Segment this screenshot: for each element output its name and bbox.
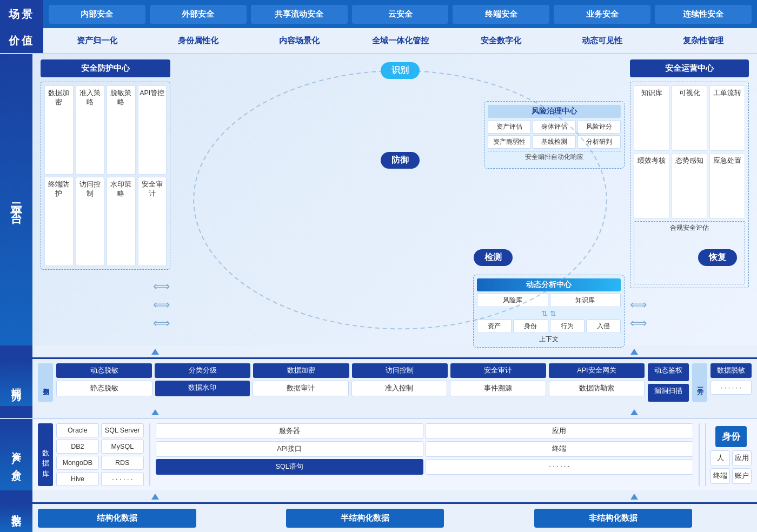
ep-10: 事件溯源 xyxy=(450,381,546,396)
detect-recover-row: 检测 恢复 xyxy=(176,247,625,263)
mid-5: · · · · · · xyxy=(426,459,693,475)
bat-3 xyxy=(516,349,752,355)
detect-badge: 检测 xyxy=(474,249,513,266)
db-5: RDS xyxy=(101,456,144,470)
ep-1: 分类分级 xyxy=(155,363,250,378)
value-item-0: 资产归一化 xyxy=(49,32,145,49)
risk-cell-5: 分析研判 xyxy=(577,135,621,149)
data-row: 数据 资产 结构化数据 半结构化数据 非结构化数据 xyxy=(0,502,757,532)
left-arrow-row3: ⟺ xyxy=(41,316,170,330)
prot-cell-6: 水印策略 xyxy=(107,177,136,266)
between-spacer-3 xyxy=(0,490,32,502)
between-spacer-1 xyxy=(0,345,32,357)
scene-item-5: 业务安全 xyxy=(554,5,650,24)
prot-cell-5: 访问控制 xyxy=(76,177,105,266)
cloud-row: 云平台 安全防护中心 数据加密 准入策略 脱敏策略 API管控 终端防护 访问控… xyxy=(0,54,757,345)
ep-row-2: 静态脱敏 数据水印 数据审计 准入控制 事件溯源 数据防勒索 xyxy=(56,381,645,396)
left-arrow-row2: ⟺ xyxy=(41,298,170,312)
lr-arrow-1: ⟺ xyxy=(153,280,170,294)
value-items: 资产归一化 身份属性化 内容场景化 全域一体化管控 安全数字化 动态可见性 复杂… xyxy=(43,28,757,53)
risk-cell-2: 风险评分 xyxy=(577,120,621,134)
meichuang-label: 美创 xyxy=(38,363,53,402)
risk-cell-0: 资产评估 xyxy=(488,120,531,134)
value-item-2: 内容场景化 xyxy=(251,32,348,49)
bat-7 xyxy=(38,494,273,500)
id-2: 终端 xyxy=(710,468,730,484)
up-arrow-1 xyxy=(151,349,159,355)
between-arrows-3 xyxy=(32,490,757,502)
value-item-5: 动态可见性 xyxy=(554,32,650,49)
ops-cell-5: 应急处置 xyxy=(709,153,745,218)
data-1: 半结构化数据 xyxy=(286,509,444,528)
ep-5: API安全网关 xyxy=(549,363,645,378)
risk-box: 风险治理中心 资产评估 身体评估 风险评分 资产脆弱性 基线检测 分析研判 安全… xyxy=(484,101,625,169)
db-label: 数 据 库 xyxy=(38,423,53,486)
prot-cell-7: 安全审计 xyxy=(138,177,167,266)
data-content: 结构化数据 半结构化数据 非结构化数据 xyxy=(32,504,757,532)
lr-arrow-3: ⟺ xyxy=(153,316,170,330)
protection-grid: 数据加密 准入策略 脱敏策略 API管控 终端防护 访问控制 水印策略 安全审计 xyxy=(41,82,170,270)
scene-label: 场景 xyxy=(0,0,43,28)
dyn-cell-5: 入侵 xyxy=(586,320,621,333)
ep-r1: 漏洞扫描 xyxy=(648,384,689,402)
identify-area: 识别 xyxy=(381,59,420,76)
lr-arrow-2: ⟺ xyxy=(153,298,170,312)
mid-3: 终端 xyxy=(426,441,693,457)
ep-main-grid: 动态脱敏 分类分级 数据加密 访问控制 安全审计 API安全网关 静态脱敏 数据… xyxy=(56,363,645,402)
ep-row-1: 动态脱敏 分类分级 数据加密 访问控制 安全审计 API安全网关 xyxy=(56,363,645,378)
between-asset-data xyxy=(0,490,757,502)
ep-right-section: 动态鉴权 漏洞扫描 xyxy=(648,363,689,402)
identity-main: 身份 xyxy=(715,426,747,447)
id-0: 人 xyxy=(710,450,730,466)
center-panel: 识别 风险治理中心 资产评估 身体评估 风险评分 资产脆弱性 基线检测 分析研判 xyxy=(176,59,625,340)
ops-cell-2: 工单流转 xyxy=(709,85,745,151)
ep-r0: 动态鉴权 xyxy=(648,363,689,381)
endpoint-label: 端能力 xyxy=(0,359,32,406)
ep-8: 数据审计 xyxy=(253,381,349,396)
ep-7: 数据水印 xyxy=(155,381,250,396)
mid-0: 服务器 xyxy=(156,423,423,439)
db-4: MongoDB xyxy=(56,456,99,470)
bat-6 xyxy=(516,409,752,415)
endpoint-content: 美创 动态脱敏 分类分级 数据加密 访问控制 安全审计 API安全网关 静态脱敏… xyxy=(32,359,757,406)
dyn-cell-1: 知识库 xyxy=(550,294,621,307)
value-item-3: 全域一体化管控 xyxy=(352,32,449,49)
ops-cell-3: 绩效考核 xyxy=(634,153,669,218)
risk-grid: 资产评估 身体评估 风险评分 资产脆弱性 基线检测 分析研判 xyxy=(488,120,621,149)
data-0: 结构化数据 xyxy=(38,509,196,528)
up-arrow-3 xyxy=(151,409,159,415)
right-arrow-row1: ⟺ xyxy=(630,298,749,312)
identity-grid: 人 应用 终端 账户 xyxy=(710,450,752,484)
asset-content: 数 据 库 Oracle SQL Server DB2 MySQL MongoD… xyxy=(32,419,757,490)
mid-1: 应用 xyxy=(426,423,693,439)
ep-11: 数据防勒索 xyxy=(549,381,645,396)
identity-section: 身份 人 应用 终端 账户 xyxy=(705,423,752,486)
cloud-label: 云平台 xyxy=(0,54,32,345)
endpoint-row: 端能力 美创 动态脱敏 分类分级 数据加密 访问控制 安全审计 API安全网关 … xyxy=(0,357,757,406)
prot-cell-2: 脱敏策略 xyxy=(107,85,136,175)
id-1: 应用 xyxy=(732,450,752,466)
value-row: 价值 资产归一化 身份属性化 内容场景化 全域一体化管控 安全数字化 动态可见性… xyxy=(0,28,757,54)
db-3: MySQL xyxy=(101,440,144,454)
dyn-cell-3: 身份 xyxy=(513,320,548,333)
up-arrow-5 xyxy=(151,494,159,500)
asset-label: 资产 介质 xyxy=(0,419,32,490)
asset-mid-grid: 服务器 应用 API接口 终端 SQL语句 · · · · · · xyxy=(156,423,693,486)
up-arrow-6 xyxy=(630,494,638,500)
scene-row: 场景 内部安全 外部安全 共享流动安全 云安全 终端安全 业务安全 连续性安全 xyxy=(0,0,757,28)
ops-cell-1: 可视化 xyxy=(672,85,707,151)
db-grid: Oracle SQL Server DB2 MySQL MongoDB RDS … xyxy=(56,423,144,486)
context-row: 上下文 xyxy=(477,335,621,344)
asset-divider-2 xyxy=(699,423,700,486)
asset-row: 资产 介质 数 据 库 Oracle SQL Server DB2 MySQL … xyxy=(0,418,757,490)
identify-badge: 识别 xyxy=(381,62,420,79)
protection-title: 安全防护中心 xyxy=(41,59,170,77)
mid-4: SQL语句 xyxy=(156,459,423,475)
rl-arrow-1: ⟺ xyxy=(630,298,647,312)
risk-cell-1: 身体评估 xyxy=(533,120,576,134)
prot-cell-3: API管控 xyxy=(138,85,167,175)
scene-item-2: 共享流动安全 xyxy=(251,5,348,24)
right-arrow-row2: ⟺ xyxy=(630,316,749,330)
cloud-content: 安全防护中心 数据加密 准入策略 脱敏策略 API管控 终端防护 访问控制 水印… xyxy=(32,54,757,345)
right-panel: 安全运营中心 知识库 可视化 工单流转 绩效考核 态势感知 应急处置 合规安全评… xyxy=(630,59,749,340)
